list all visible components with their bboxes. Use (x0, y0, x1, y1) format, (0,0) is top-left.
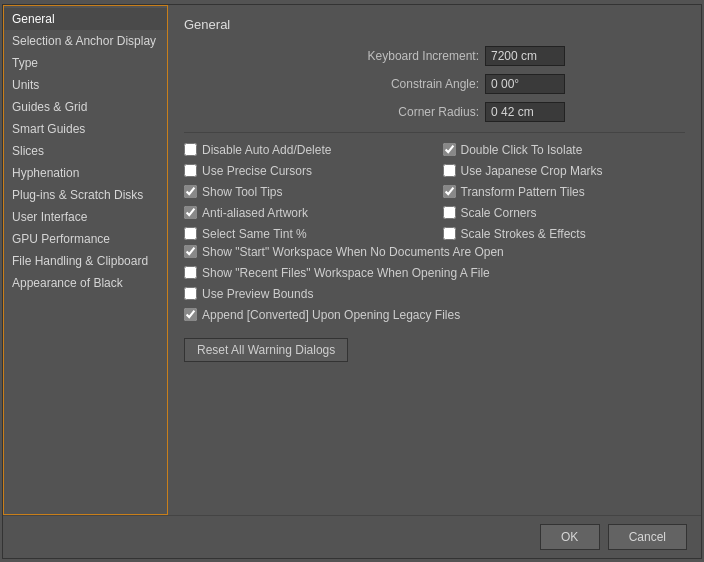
checkbox-row-japanese-crop[interactable]: Use Japanese Crop Marks (443, 164, 686, 178)
sidebar-item-selection-anchor[interactable]: Selection & Anchor Display (4, 30, 167, 52)
options-col-right: Double Click To IsolateUse Japanese Crop… (443, 143, 686, 241)
sidebar-item-general[interactable]: General (4, 8, 167, 30)
checkbox-row-transform-pattern[interactable]: Transform Pattern Tiles (443, 185, 686, 199)
checkbox-scale-strokes[interactable] (443, 227, 456, 240)
sidebar-item-units[interactable]: Units (4, 74, 167, 96)
checkbox-japanese-crop[interactable] (443, 164, 456, 177)
sidebar: GeneralSelection & Anchor DisplayTypeUni… (3, 5, 168, 515)
checkbox-label-show-tooltips: Show Tool Tips (202, 185, 283, 199)
checkbox-row-append-converted[interactable]: Append [Converted] Upon Opening Legacy F… (184, 308, 685, 322)
sidebar-item-slices[interactable]: Slices (4, 140, 167, 162)
checkbox-select-tint[interactable] (184, 227, 197, 240)
checkbox-label-precise-cursors: Use Precise Cursors (202, 164, 312, 178)
checkbox-label-select-tint: Select Same Tint % (202, 227, 307, 241)
checkbox-label-scale-strokes: Scale Strokes & Effects (461, 227, 586, 241)
checkbox-label-scale-corners: Scale Corners (461, 206, 537, 220)
sidebar-item-plugins[interactable]: Plug-ins & Scratch Disks (4, 184, 167, 206)
checkbox-label-anti-aliased: Anti-aliased Artwork (202, 206, 308, 220)
checkbox-precise-cursors[interactable] (184, 164, 197, 177)
checkbox-scale-corners[interactable] (443, 206, 456, 219)
checkbox-row-select-tint[interactable]: Select Same Tint % (184, 227, 427, 241)
section-title: General (184, 17, 685, 32)
checkbox-label-append-converted: Append [Converted] Upon Opening Legacy F… (202, 308, 460, 322)
checkbox-label-transform-pattern: Transform Pattern Tiles (461, 185, 585, 199)
checkbox-append-converted[interactable] (184, 308, 197, 321)
main-content: General Keyboard Increment: Constrain An… (168, 5, 701, 515)
checkbox-label-show-start-workspace: Show "Start" Workspace When No Documents… (202, 245, 504, 259)
keyboard-increment-input[interactable] (485, 46, 565, 66)
checkbox-label-use-preview-bounds: Use Preview Bounds (202, 287, 313, 301)
options-col-left: Disable Auto Add/DeleteUse Precise Curso… (184, 143, 427, 241)
checkbox-disable-auto[interactable] (184, 143, 197, 156)
preferences-dialog: GeneralSelection & Anchor DisplayTypeUni… (2, 4, 702, 559)
sidebar-item-guides-grid[interactable]: Guides & Grid (4, 96, 167, 118)
options-area: Disable Auto Add/DeleteUse Precise Curso… (184, 143, 685, 241)
checkbox-row-anti-aliased[interactable]: Anti-aliased Artwork (184, 206, 427, 220)
checkbox-row-show-recent-files[interactable]: Show "Recent Files" Workspace When Openi… (184, 266, 685, 280)
checkbox-row-show-start-workspace[interactable]: Show "Start" Workspace When No Documents… (184, 245, 685, 259)
checkbox-row-show-tooltips[interactable]: Show Tool Tips (184, 185, 427, 199)
reset-warnings-button[interactable]: Reset All Warning Dialogs (184, 338, 348, 362)
checkbox-label-double-click-isolate: Double Click To Isolate (461, 143, 583, 157)
checkbox-row-use-preview-bounds[interactable]: Use Preview Bounds (184, 287, 685, 301)
checkbox-label-japanese-crop: Use Japanese Crop Marks (461, 164, 603, 178)
constrain-angle-row: Constrain Angle: (184, 74, 685, 94)
checkbox-show-tooltips[interactable] (184, 185, 197, 198)
keyboard-increment-label: Keyboard Increment: (368, 49, 479, 63)
cancel-button[interactable]: Cancel (608, 524, 687, 550)
checkbox-row-double-click-isolate[interactable]: Double Click To Isolate (443, 143, 686, 157)
wide-options: Show "Start" Workspace When No Documents… (184, 245, 685, 322)
corner-radius-row: Corner Radius: (184, 102, 685, 122)
constrain-angle-input[interactable] (485, 74, 565, 94)
checkbox-row-precise-cursors[interactable]: Use Precise Cursors (184, 164, 427, 178)
ok-button[interactable]: OK (540, 524, 600, 550)
checkbox-row-disable-auto[interactable]: Disable Auto Add/Delete (184, 143, 427, 157)
keyboard-increment-row: Keyboard Increment: (184, 46, 685, 66)
checkbox-row-scale-corners[interactable]: Scale Corners (443, 206, 686, 220)
constrain-angle-label: Constrain Angle: (391, 77, 479, 91)
checkbox-label-disable-auto: Disable Auto Add/Delete (202, 143, 331, 157)
sidebar-item-hyphenation[interactable]: Hyphenation (4, 162, 167, 184)
checkbox-show-recent-files[interactable] (184, 266, 197, 279)
checkbox-double-click-isolate[interactable] (443, 143, 456, 156)
checkbox-row-scale-strokes[interactable]: Scale Strokes & Effects (443, 227, 686, 241)
corner-radius-label: Corner Radius: (398, 105, 479, 119)
sidebar-item-type[interactable]: Type (4, 52, 167, 74)
sidebar-item-gpu-performance[interactable]: GPU Performance (4, 228, 167, 250)
dialog-footer: OK Cancel (3, 515, 701, 558)
sidebar-item-user-interface[interactable]: User Interface (4, 206, 167, 228)
sidebar-item-file-handling[interactable]: File Handling & Clipboard (4, 250, 167, 272)
checkbox-transform-pattern[interactable] (443, 185, 456, 198)
sidebar-item-appearance-black[interactable]: Appearance of Black (4, 272, 167, 294)
checkbox-show-start-workspace[interactable] (184, 245, 197, 258)
checkbox-use-preview-bounds[interactable] (184, 287, 197, 300)
checkbox-label-show-recent-files: Show "Recent Files" Workspace When Openi… (202, 266, 490, 280)
corner-radius-input[interactable] (485, 102, 565, 122)
sidebar-item-smart-guides[interactable]: Smart Guides (4, 118, 167, 140)
checkbox-anti-aliased[interactable] (184, 206, 197, 219)
